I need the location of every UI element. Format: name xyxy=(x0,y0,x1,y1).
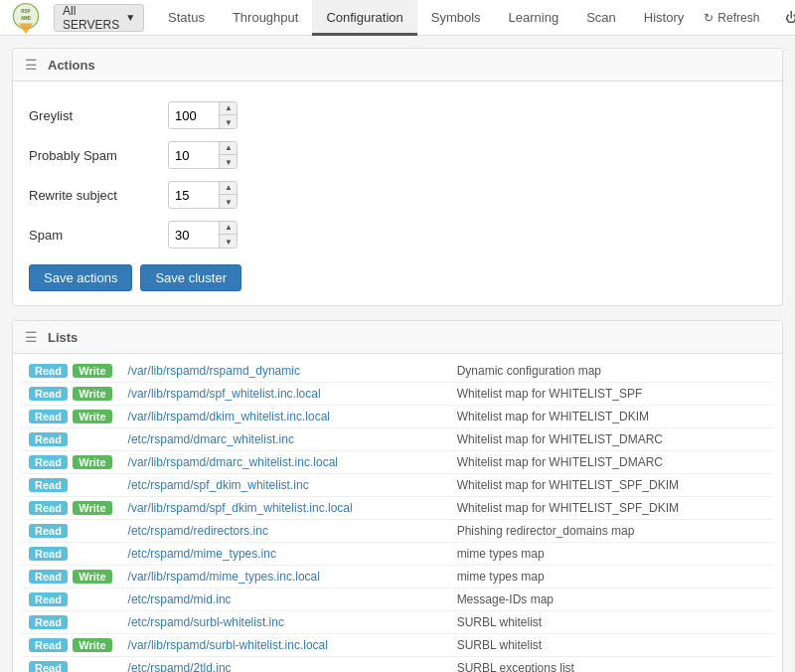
spam-decrement[interactable]: ▼ xyxy=(220,235,238,249)
probably-spam-increment[interactable]: ▲ xyxy=(220,141,238,155)
list-item: Read Write /var/lib/rspamd/spf_dkim_whit… xyxy=(21,497,774,520)
probably-spam-row: Probably Spam ▲ ▼ xyxy=(29,135,766,175)
list-badges-cell: Read xyxy=(21,520,120,543)
navbar: RSP AMD All SERVERS ▼ Status Throughput … xyxy=(0,0,795,36)
badge-write: Write xyxy=(73,387,111,401)
list-badges-cell: Read Write xyxy=(21,566,120,588)
brand-logo-container: RSP AMD xyxy=(8,0,44,36)
tab-status[interactable]: Status xyxy=(154,0,219,36)
list-path-link[interactable]: /var/lib/rspamd/spf_whitelist.inc.local xyxy=(128,387,321,401)
badge-read: Read xyxy=(29,592,68,606)
greylist-increment[interactable]: ▲ xyxy=(220,101,238,115)
server-selector[interactable]: All SERVERS ▼ xyxy=(54,4,144,32)
spam-input-container: ▲ ▼ xyxy=(168,221,238,249)
list-desc-cell: SURBL whitelist xyxy=(449,611,774,634)
disconnect-button[interactable]: ⏻ Disconnect xyxy=(779,9,795,27)
brand-logo-icon: RSP AMD xyxy=(8,0,44,36)
badge-read: Read xyxy=(29,661,68,672)
list-path-link[interactable]: /var/lib/rspamd/dkim_whitelist.inc.local xyxy=(128,410,330,423)
save-cluster-button[interactable]: Save cluster xyxy=(140,264,241,291)
list-path-cell: /etc/rspamd/redirectors.inc xyxy=(120,520,449,543)
list-item: Read Write /var/lib/rspamd/dmarc_whiteli… xyxy=(21,451,774,474)
list-path-link[interactable]: /etc/rspamd/dmarc_whitelist.inc xyxy=(128,432,294,446)
svg-text:AMD: AMD xyxy=(21,15,32,20)
lists-panel-header: ☰ Lists xyxy=(13,321,782,354)
greylist-decrement[interactable]: ▼ xyxy=(220,115,238,129)
tab-history[interactable]: History xyxy=(630,0,698,36)
badge-read: Read xyxy=(29,547,68,561)
list-desc-cell: Whitelist map for WHITELIST_SPF_DKIM xyxy=(449,497,774,520)
probably-spam-spinner: ▲ ▼ xyxy=(219,141,238,169)
list-desc-cell: Message-IDs map xyxy=(449,588,774,611)
svg-marker-3 xyxy=(19,23,33,34)
probably-spam-label: Probably Spam xyxy=(29,148,168,163)
probably-spam-input-container: ▲ ▼ xyxy=(168,141,238,169)
lists-panel: ☰ Lists Read Write /var/lib/rspamd/rspam… xyxy=(12,320,783,672)
list-badges-cell: Read Write xyxy=(21,360,120,383)
rewrite-subject-label: Rewrite subject xyxy=(29,188,168,203)
list-item: Read /etc/rspamd/2tld.inc SURBL exceptio… xyxy=(21,657,774,673)
list-desc-cell: Whitelist map for WHITELIST_SPF_DKIM xyxy=(449,474,774,497)
list-path-cell: /etc/rspamd/mime_types.inc xyxy=(120,543,449,566)
list-path-link[interactable]: /var/lib/rspamd/rspamd_dynamic xyxy=(128,364,300,378)
greylist-input[interactable] xyxy=(169,106,219,125)
actions-panel-header: ☰ Actions xyxy=(13,49,782,82)
tab-symbols[interactable]: Symbols xyxy=(417,0,495,36)
badge-write: Write xyxy=(73,455,111,469)
rewrite-subject-input[interactable] xyxy=(169,186,219,205)
list-desc-cell: mime types map xyxy=(449,566,774,588)
list-path-link[interactable]: /var/lib/rspamd/dmarc_whitelist.inc.loca… xyxy=(128,455,338,469)
svg-text:RSP: RSP xyxy=(21,9,30,14)
save-actions-button[interactable]: Save actions xyxy=(29,264,132,291)
list-path-link[interactable]: /var/lib/rspamd/mime_types.inc.local xyxy=(128,570,320,584)
tab-scan[interactable]: Scan xyxy=(572,0,630,36)
probably-spam-decrement[interactable]: ▼ xyxy=(220,155,238,169)
probably-spam-input[interactable] xyxy=(169,146,219,165)
list-desc-cell: SURBL exceptions list xyxy=(449,657,774,673)
greylist-spinner: ▲ ▼ xyxy=(219,101,238,129)
spam-input[interactable] xyxy=(169,226,219,245)
list-path-cell: /var/lib/rspamd/mime_types.inc.local xyxy=(120,566,449,588)
list-badges-cell: Read Write xyxy=(21,634,120,657)
list-path-link[interactable]: /etc/rspamd/mid.inc xyxy=(128,592,232,606)
list-path-link[interactable]: /etc/rspamd/redirectors.inc xyxy=(128,524,268,538)
badge-read: Read xyxy=(29,615,68,629)
spam-label: Spam xyxy=(29,228,168,243)
spam-increment[interactable]: ▲ xyxy=(220,221,238,235)
list-path-link[interactable]: /var/lib/rspamd/surbl-whitelist.inc.loca… xyxy=(128,638,328,652)
list-item: Read Write /var/lib/rspamd/spf_whitelist… xyxy=(21,383,774,406)
list-badges-cell: Read xyxy=(21,543,120,566)
list-item: Read /etc/rspamd/dmarc_whitelist.inc Whi… xyxy=(21,428,774,451)
tab-configuration[interactable]: Configuration xyxy=(312,0,416,36)
list-item: Read /etc/rspamd/surbl-whitelist.inc SUR… xyxy=(21,611,774,634)
actions-panel: ☰ Actions Greylist ▲ ▼ Probably Spam xyxy=(12,48,783,306)
tab-learning[interactable]: Learning xyxy=(495,0,573,36)
list-desc-cell: Whitelist map for WHITELIST_SPF xyxy=(449,383,774,406)
badge-write: Write xyxy=(73,638,111,652)
list-path-link[interactable]: /etc/rspamd/2tld.inc xyxy=(128,661,232,672)
list-path-link[interactable]: /var/lib/rspamd/spf_dkim_whitelist.inc.l… xyxy=(128,501,353,515)
greylist-label: Greylist xyxy=(29,108,168,123)
list-path-link[interactable]: /etc/rspamd/surbl-whitelist.inc xyxy=(128,615,284,629)
list-badges-cell: Read Write xyxy=(21,383,120,406)
list-path-link[interactable]: /etc/rspamd/mime_types.inc xyxy=(128,547,276,561)
rewrite-subject-increment[interactable]: ▲ xyxy=(220,181,238,195)
actions-panel-icon: ☰ xyxy=(25,57,38,73)
list-path-link[interactable]: /etc/rspamd/spf_dkim_whitelist.inc xyxy=(128,478,309,492)
list-badges-cell: Read xyxy=(21,611,120,634)
list-path-cell: /etc/rspamd/dmarc_whitelist.inc xyxy=(120,428,449,451)
list-path-cell: /var/lib/rspamd/dmarc_whitelist.inc.loca… xyxy=(120,451,449,474)
rewrite-subject-decrement[interactable]: ▼ xyxy=(220,195,238,209)
badge-write: Write xyxy=(73,501,111,515)
list-path-cell: /var/lib/rspamd/spf_dkim_whitelist.inc.l… xyxy=(120,497,449,520)
badge-read: Read xyxy=(29,501,68,515)
server-selector-caret: ▼ xyxy=(125,12,135,23)
list-item: Read /etc/rspamd/mid.inc Message-IDs map xyxy=(21,588,774,611)
spam-spinner: ▲ ▼ xyxy=(219,221,238,249)
rewrite-subject-spinner: ▲ ▼ xyxy=(219,181,238,209)
disconnect-icon: ⏻ xyxy=(785,11,795,25)
refresh-button[interactable]: ↻ Refresh xyxy=(698,9,765,27)
tab-throughput[interactable]: Throughput xyxy=(219,0,313,36)
list-path-cell: /var/lib/rspamd/spf_whitelist.inc.local xyxy=(120,383,449,406)
greylist-row: Greylist ▲ ▼ xyxy=(29,95,766,135)
